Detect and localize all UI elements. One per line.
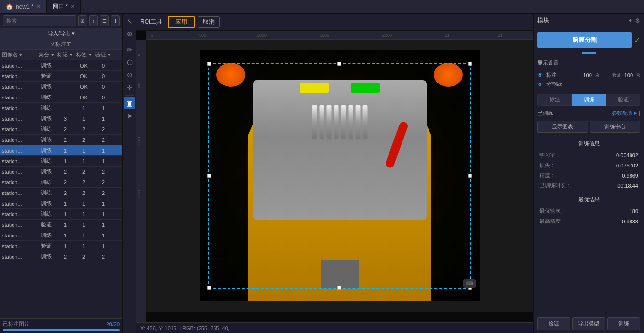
filter-btn[interactable]: ⊞ <box>78 15 87 26</box>
info-row: 损失：0.075702 <box>534 160 644 170</box>
bottom-bar: 已标注图片 20/20 <box>0 318 122 333</box>
import-export-btn[interactable]: 导入/导出 ▾ <box>0 28 122 39</box>
list-row[interactable]: station... 验证 OK 0 <box>0 71 122 82</box>
rect-tool[interactable]: ▣ <box>124 97 135 109</box>
image-viewport[interactable]: ⌨ <box>146 40 533 312</box>
list-row[interactable]: station... 验证 1 1 1 <box>0 220 122 230</box>
cell-label: 2 <box>73 169 94 175</box>
info-val: 0.075702 <box>616 163 638 168</box>
list-row[interactable]: station... 训练 OK 0 <box>0 92 122 103</box>
cell-label: 1 <box>73 105 94 111</box>
list-row[interactable]: station... 训练 1 1 1 <box>0 230 122 241</box>
cell-mark: 2 <box>57 137 73 143</box>
cancel-button[interactable]: 取消 <box>198 16 220 28</box>
magic-tool[interactable]: ⊙ <box>124 69 135 81</box>
tab-window[interactable]: 网口 * ✕ <box>47 0 81 13</box>
pin-2 <box>319 105 324 139</box>
info-key: 损失： <box>539 162 555 169</box>
list-row[interactable]: station... 训练 OK 0 <box>0 60 122 71</box>
eye-icon-label[interactable]: 👁 <box>537 72 543 79</box>
cell-label: 1 <box>73 243 94 249</box>
cell-name: station... <box>2 84 36 90</box>
apply-button[interactable]: 应用 <box>168 16 195 28</box>
cell-name: station... <box>2 211 36 217</box>
info-row: 精度：0.9869 <box>534 170 644 180</box>
zoom-tool[interactable]: ⊕ <box>124 28 135 40</box>
list-row[interactable]: station... 训练 2 2 2 <box>0 166 122 177</box>
tab-window-close[interactable]: ✕ <box>71 4 75 9</box>
annotate-label: √ 标注主 <box>51 41 71 48</box>
list-row[interactable]: station... 训练 2 2 2 <box>0 188 122 198</box>
cell-val: 1 <box>94 116 112 122</box>
tab-item-验证[interactable]: 验证 <box>606 94 640 106</box>
move-tool[interactable]: ✛ <box>124 82 135 93</box>
cell-set: 训练 <box>36 125 57 133</box>
best-key: 最优轮次： <box>539 208 566 215</box>
arrow-tool[interactable]: ➤ <box>124 110 135 122</box>
list-row[interactable]: station... 训练 2 2 2 <box>0 124 122 135</box>
segment-button[interactable]: 脑膜分割 <box>537 32 632 48</box>
center-panel: ROI工具 应用 取消 0 500 1000 1500 2000 2s 2s 0… <box>136 14 533 333</box>
keyboard-icon[interactable]: ⌨ <box>463 279 476 288</box>
cell-val: 0 <box>94 73 112 79</box>
tab-new1[interactable]: 🏠 new1 * ✕ <box>0 0 47 13</box>
view-btn[interactable]: ☰ <box>100 15 109 26</box>
cell-set: 验证 <box>36 221 57 228</box>
col-label[interactable]: 标签 ▾ <box>73 51 94 58</box>
col-name[interactable]: 图像名 ▾ <box>2 51 36 58</box>
bottom-action-btn-导出模型[interactable]: 导出模型 <box>572 317 605 330</box>
list-row[interactable]: station... 训练 1 1 1 <box>0 145 122 156</box>
show-chart-btn[interactable]: 显示图表 <box>537 121 588 133</box>
list-row[interactable]: station... 训练 2 2 2 <box>0 177 122 188</box>
progress-counter: 20/20 <box>106 321 120 327</box>
training-info-title: 训练信息 <box>534 137 644 150</box>
tab-new1-close[interactable]: ✕ <box>37 4 40 9</box>
list-row[interactable]: station... 训练 3 1 1 <box>0 113 122 124</box>
train-center-btn[interactable]: 训练中心 <box>590 121 641 133</box>
eye-icon-segment[interactable]: 👁 <box>537 81 543 88</box>
poly-tool[interactable]: ⬡ <box>124 56 135 68</box>
cell-mark: 2 <box>57 169 73 175</box>
trained-label: 已训练 <box>537 110 553 117</box>
settings-icon[interactable]: ⚙ <box>635 17 640 24</box>
cell-val: 1 <box>94 105 112 111</box>
list-row[interactable]: station... 训练 1 1 <box>0 103 122 113</box>
cell-set: 训练 <box>36 179 57 186</box>
progress-fill <box>3 329 120 331</box>
right-title: 模块 <box>537 16 549 25</box>
list-row[interactable]: station... 训练 2 2 2 <box>0 135 122 145</box>
cell-set: 验证 <box>36 242 57 250</box>
bottom-action-btn-验证[interactable]: 验证 <box>537 317 570 330</box>
col-verify[interactable]: 验证 ▾ <box>94 51 112 58</box>
sort-btn[interactable]: ↕ <box>89 15 98 26</box>
annotate-main-btn[interactable]: √ 标注主 <box>0 39 122 50</box>
list-row[interactable]: station... 训练 1 1 1 <box>0 209 122 220</box>
list-row[interactable]: station... 训练 1 1 1 <box>0 198 122 209</box>
cell-name: station... <box>2 169 36 175</box>
config-link[interactable]: 参数配置 ▸ | <box>612 110 640 117</box>
pointer-tool[interactable]: ↖ <box>124 15 135 27</box>
info-row: 已训练时长：00:18:44 <box>534 180 644 191</box>
search-input[interactable] <box>3 15 76 26</box>
list-row[interactable]: station... 训练 OK 0 <box>0 82 122 92</box>
list-row[interactable]: station... 验证 1 1 1 <box>0 241 122 251</box>
bottom-btns: 验证导出模型训练 <box>534 314 644 333</box>
add-icon[interactable]: + <box>629 17 632 24</box>
pen-tool[interactable]: ✏ <box>124 44 135 56</box>
cell-label: 1 <box>73 201 94 207</box>
label-setting-name: 标注 <box>546 71 580 79</box>
cell-mark: 2 <box>57 254 73 260</box>
import-icon-btn[interactable]: ⬆ <box>111 15 120 26</box>
tab-item-标注[interactable]: 标注 <box>537 94 572 106</box>
col-set[interactable]: 集合 ▾ <box>36 51 57 58</box>
list-row[interactable]: station... 训练 2 2 2 <box>0 251 122 262</box>
cell-label: 1 <box>73 233 94 238</box>
list-row[interactable]: station... 训练 1 1 1 <box>0 156 122 166</box>
segment-setting-row: 👁 分割线 <box>537 81 640 88</box>
train-button[interactable]: 训练 <box>607 317 640 330</box>
cell-label: OK <box>73 84 94 90</box>
col-mark[interactable]: 标记 ▾ <box>57 51 73 58</box>
cell-mark: 1 <box>57 233 73 238</box>
tab-item-训练[interactable]: 训练 <box>572 94 606 106</box>
cell-val: 1 <box>94 222 112 228</box>
